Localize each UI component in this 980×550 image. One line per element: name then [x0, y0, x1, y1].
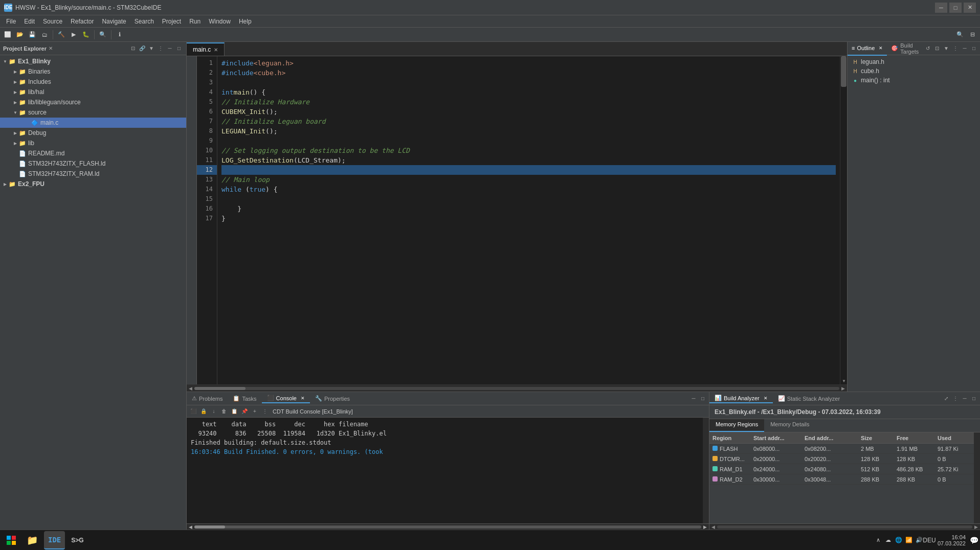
tree-item-readme[interactable]: ▶ 📄 README.md — [0, 148, 186, 158]
layout-btn[interactable]: ⊟ — [967, 29, 978, 40]
console-close-icon[interactable]: ✕ — [301, 396, 305, 401]
editor-scrollbar[interactable]: ▲ ▼ — [840, 56, 847, 384]
console-hscroll-left[interactable]: ◀ — [189, 524, 192, 530]
taskbar-explorer[interactable]: 📁 — [23, 531, 42, 549]
console-hscroll-right[interactable]: ▶ — [703, 524, 707, 530]
volume-icon[interactable]: 🔊 — [915, 536, 923, 544]
console-menu-btn[interactable]: ⋮ — [260, 407, 270, 416]
ba-row-ramd1[interactable]: RAM_D1 0x24000... 0x24080... 512 KB 486.… — [709, 464, 974, 474]
subtab-memory-details[interactable]: Memory Details — [764, 419, 815, 432]
console-hscroll[interactable]: ◀ ▶ — [187, 523, 709, 530]
minimize-button[interactable]: ─ — [935, 3, 947, 13]
tree-item-debug[interactable]: ▶ 📁 Debug — [0, 128, 186, 138]
tab-close-icon[interactable]: ✕ — [214, 47, 218, 53]
sync-btn[interactable]: ↺ — [924, 44, 932, 53]
collapse-outline-btn[interactable]: ⊡ — [933, 44, 941, 53]
ba-close-icon[interactable]: ✕ — [764, 396, 768, 401]
maximize-outline-btn[interactable]: □ — [970, 44, 978, 53]
search-right-btn[interactable]: 🔍 — [954, 29, 966, 40]
filter-outline-btn[interactable]: ▼ — [942, 44, 950, 53]
stop-btn[interactable]: ⬛ — [189, 407, 198, 416]
menu-file[interactable]: File — [2, 17, 20, 26]
tab-build-targets[interactable]: 🎯 Build Targets — [887, 42, 924, 56]
open-btn[interactable]: 📂 — [14, 29, 26, 40]
tree-item-source[interactable]: ▼ 📁 source — [0, 107, 186, 118]
tab-static-stack[interactable]: 📈 Static Stack Analyzer — [773, 394, 845, 403]
tree-item-liblibleguan[interactable]: ▶ 📁 lib/libleguan/source — [0, 97, 186, 107]
taskbar-ide[interactable]: IDE — [44, 531, 65, 549]
tree-item-main-c[interactable]: ▶ 🔷 main.c — [0, 118, 186, 128]
ba-menu-btn[interactable]: ⋮ — [951, 395, 960, 403]
tab-properties[interactable]: 🔧 Properties — [310, 394, 355, 403]
sidebar-close-icon[interactable]: ✕ — [49, 45, 53, 51]
menu-project[interactable]: Project — [158, 17, 185, 26]
ba-hscroll[interactable]: ◀ ▶ — [709, 523, 980, 530]
ba-expand-btn[interactable]: ⤢ — [942, 395, 950, 403]
console-hscroll-track[interactable] — [194, 525, 701, 529]
tab-build-analyzer[interactable]: 📊 Build Analyzer ✕ — [709, 394, 773, 403]
ba-row-ramd2[interactable]: RAM_D2 0x30000... 0x30048... 288 KB 288 … — [709, 474, 974, 485]
tree-item-libhal[interactable]: ▶ 📁 lib/hal — [0, 87, 186, 97]
filter-btn[interactable]: ▼ — [147, 44, 155, 53]
outline-item-main-fn[interactable]: ● main() : int — [850, 76, 978, 85]
tab-tasks[interactable]: 📋 Tasks — [228, 394, 261, 403]
ba-row-dtcmr[interactable]: DTCMR... 0x20000... 0x20020... 128 KB 12… — [709, 454, 974, 464]
menu-run[interactable]: Run — [185, 17, 205, 26]
ba-hscroll-right[interactable]: ▶ — [974, 524, 978, 530]
console-minimize-btn[interactable]: ─ — [689, 395, 698, 403]
lang-icon[interactable]: DEU — [925, 536, 933, 544]
tree-item-flash-ld[interactable]: ▶ 📄 STM32H743ZITX_FLASH.ld — [0, 158, 186, 169]
chevron-up-icon[interactable]: ∧ — [874, 536, 882, 544]
tab-problems[interactable]: ⚠ Problems — [187, 394, 228, 403]
clear-btn[interactable]: 🗑 — [219, 407, 229, 416]
cloud-icon[interactable]: ☁ — [884, 536, 893, 544]
menu-navigate[interactable]: Navigate — [98, 17, 130, 26]
editor-hscroll[interactable]: ◀ ▶ — [187, 384, 847, 392]
ba-row-flash[interactable]: FLASH 0x08000... 0x08200... 2 MB 1.91 MB… — [709, 444, 974, 454]
console-vscroll[interactable] — [703, 418, 709, 523]
minimize-sidebar-btn[interactable]: ─ — [166, 44, 174, 53]
start-button[interactable] — [2, 531, 20, 549]
outline-item-leguan-h[interactable]: H leguan.h — [850, 57, 978, 66]
tab-main-c[interactable]: main.c ✕ — [187, 42, 225, 56]
notification-icon[interactable]: 💬 — [970, 536, 978, 544]
ba-hscroll-left[interactable]: ◀ — [711, 524, 715, 530]
tab-console[interactable]: ⬛ Console ✕ — [262, 394, 310, 403]
menu-source[interactable]: Source — [39, 17, 66, 26]
hscroll-track[interactable] — [194, 387, 839, 390]
console-hscroll-thumb[interactable] — [194, 525, 225, 529]
ba-maximize-btn[interactable]: □ — [970, 395, 978, 403]
ba-vscroll[interactable] — [974, 432, 980, 523]
menu-help[interactable]: Help — [235, 17, 256, 26]
ba-minimize-btn[interactable]: ─ — [961, 395, 969, 403]
console-output[interactable]: text data bss dec hex filename 93240 836… — [187, 418, 703, 523]
menu-window[interactable]: Window — [205, 17, 235, 26]
console-maximize-btn[interactable]: □ — [699, 395, 707, 403]
close-button[interactable]: ✕ — [964, 3, 976, 13]
menu-refactor[interactable]: Refactor — [66, 17, 98, 26]
outline-item-cube-h[interactable]: H cube.h — [850, 66, 978, 76]
outline-menu-btn[interactable]: ⋮ — [951, 44, 960, 53]
ba-hscroll-track[interactable] — [717, 525, 972, 529]
save-all-btn[interactable]: 🗂 — [39, 29, 50, 40]
outline-close[interactable]: ✕ — [879, 45, 883, 51]
taskbar-sg[interactable]: S>G — [67, 531, 87, 549]
hscroll-right-arrow[interactable]: ▶ — [839, 386, 847, 391]
tree-item-ex1blinky[interactable]: ▼ 📁 Ex1_Blinky — [0, 56, 186, 66]
tree-item-ex2fpu[interactable]: ▶ 📁 Ex2_FPU — [0, 179, 186, 189]
menu-edit[interactable]: Edit — [20, 17, 39, 26]
fold-btn-1[interactable] — [188, 57, 196, 65]
clock[interactable]: 16:04 07.03.2022 — [938, 534, 966, 546]
scroll-lock-btn[interactable]: 🔒 — [199, 407, 208, 416]
new-console-btn[interactable]: + — [250, 407, 259, 416]
search-toolbar-btn[interactable]: 🔍 — [97, 29, 108, 40]
collapse-all-btn[interactable]: ⊡ — [129, 44, 137, 53]
menu-search[interactable]: Search — [130, 17, 158, 26]
save-btn[interactable]: 💾 — [27, 29, 38, 40]
tree-item-lib[interactable]: ▶ 📁 lib — [0, 138, 186, 148]
run-btn[interactable]: ▶ — [68, 29, 79, 40]
debug-btn[interactable]: 🐛 — [80, 29, 92, 40]
subtab-memory-regions[interactable]: Memory Regions — [709, 419, 764, 432]
scroll-down-btn[interactable]: ↓ — [209, 407, 218, 416]
network-icon[interactable]: 🌐 — [895, 536, 903, 544]
